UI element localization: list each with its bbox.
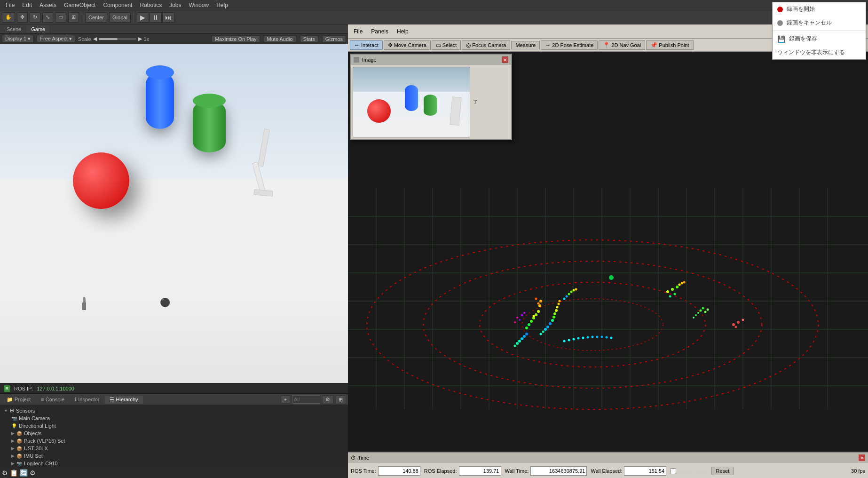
project-tab[interactable]: 📁 Project (2, 396, 35, 404)
recording-hide[interactable]: ウィンドウを非表示にする (773, 46, 866, 59)
ros-elapsed-field: ROS Elapsed: (424, 466, 501, 476)
gizmos-btn[interactable]: Gizmos (322, 35, 346, 43)
svg-point-73 (587, 336, 589, 339)
experimental-checkbox[interactable] (670, 468, 676, 474)
move-camera-tool[interactable]: ✥ Move Camera (384, 40, 431, 50)
mute-btn[interactable]: Mute Audio (264, 35, 296, 43)
list-item[interactable]: ▶ 📦 UST-30LX (2, 445, 346, 452)
image-popup-close-btn[interactable]: ✕ (502, 56, 508, 63)
svg-point-94 (704, 311, 707, 313)
measure-tool[interactable]: Measure (511, 41, 540, 49)
recording-cancel[interactable]: 録画をキャンセル (773, 16, 866, 30)
list-item[interactable]: ▶ 📷 Logitech-C910 (2, 460, 346, 467)
ust-arrow: ▶ (11, 446, 15, 451)
svg-point-42 (539, 300, 542, 303)
svg-point-33 (514, 345, 516, 347)
image-popup-controls: 了 (473, 99, 478, 105)
bottom-icon-1[interactable]: ⚙ (2, 469, 8, 477)
stats-btn[interactable]: Stats (300, 35, 318, 43)
scene-tab[interactable]: Scene (2, 25, 26, 33)
time-reset-btn[interactable]: Reset (711, 467, 734, 475)
list-item[interactable]: ▶ 📦 Objects (2, 430, 346, 437)
list-item[interactable]: ▶ 📦 IMU Set (2, 452, 346, 460)
menu-window[interactable]: Window (185, 1, 213, 9)
bottom-icon-2[interactable]: 📋 (10, 469, 18, 477)
bottom-icon-3[interactable]: 🔄 (20, 469, 28, 477)
focus-camera-icon: ◎ (466, 42, 471, 48)
rviz-menu-file[interactable]: File (350, 27, 366, 36)
time-panel-close-btn[interactable]: ✕ (859, 454, 865, 461)
inspector-tab[interactable]: ℹ Inspector (70, 396, 104, 404)
time-panel-content: ROS Time: ROS Elapsed: Wall Time: Wall E… (348, 463, 868, 478)
list-item[interactable]: ▶ 📦 Puck (VLP16) Set (2, 437, 346, 445)
select-tool[interactable]: ▭ Select (432, 40, 461, 50)
ust-icon: 📦 (16, 446, 22, 451)
play-button[interactable]: ▶ (137, 12, 149, 23)
add-hierarchy-btn[interactable]: + (281, 395, 290, 404)
console-tab[interactable]: ≡ Console (36, 396, 69, 403)
svg-point-51 (546, 326, 549, 328)
list-item[interactable]: 📷 Main Camera (2, 414, 346, 422)
menu-file[interactable]: File (2, 1, 18, 9)
rviz-menu-panels[interactable]: Panels (367, 27, 392, 36)
wall-elapsed-input[interactable] (624, 466, 666, 476)
aspect-btn[interactable]: Free Aspect ▾ (37, 35, 75, 43)
time-icon: ⏱ (351, 455, 356, 461)
transform-tool-btn[interactable]: ⊞ (68, 12, 79, 23)
svg-point-60 (542, 331, 544, 333)
toolbar-divider-1 (82, 13, 82, 22)
rect-tool-btn[interactable]: ▭ (55, 12, 66, 23)
publish-point-tool[interactable]: 📌 Publish Point (646, 40, 693, 50)
menu-edit[interactable]: Edit (18, 1, 36, 9)
svg-point-32 (516, 342, 519, 345)
menu-component[interactable]: Component (99, 1, 136, 9)
hierarchy-search[interactable] (292, 395, 320, 404)
ros-elapsed-input[interactable] (459, 466, 501, 476)
rviz-menu-help[interactable]: Help (393, 27, 412, 36)
pause-button[interactable]: ⏸ (150, 12, 162, 23)
menu-jobs[interactable]: Jobs (166, 1, 185, 9)
ros-time-input[interactable] (378, 466, 420, 476)
hierarchy-root-item[interactable]: ▼ ⊞ Sensors (2, 406, 346, 414)
center-btn[interactable]: Center (85, 12, 107, 23)
global-btn[interactable]: Global (109, 12, 131, 23)
focus-camera-tool[interactable]: ◎ Focus Camera (462, 40, 510, 50)
game-tab[interactable]: Game (26, 25, 50, 33)
recording-start[interactable]: 録画を開始 (773, 2, 866, 16)
svg-point-82 (674, 293, 676, 295)
interact-tool[interactable]: ↔ Interact (350, 40, 383, 50)
step-button[interactable]: ⏭ (162, 12, 174, 23)
wall-time-input[interactable] (530, 466, 587, 476)
nav-goal-tool[interactable]: 📍 2D Nav Goal (599, 40, 645, 50)
scale-track[interactable] (99, 38, 136, 40)
rviz-menubar: File Panels Help 録画を開始 録画をキャンセル 💾 録画を保存 (348, 24, 868, 39)
svg-point-43 (537, 303, 540, 305)
pose-estimate-tool[interactable]: → 2D Pose Estimate (541, 40, 598, 50)
robot-arm-part3 (254, 189, 273, 196)
bottom-expand-btn[interactable]: ⊞ (335, 395, 346, 404)
hand-tool-btn[interactable]: ✋ (2, 12, 15, 23)
svg-point-88 (732, 323, 735, 326)
robot-icon: ⚫ (160, 297, 170, 308)
hierarchy-tab[interactable]: ☰ Hierarchy (105, 396, 142, 404)
scale-tool-btn[interactable]: ⤡ (42, 12, 53, 23)
svg-point-57 (556, 306, 559, 309)
list-item[interactable]: 💡 Directional Light (2, 422, 346, 430)
maximize-btn[interactable]: Maximize On Play (212, 35, 260, 43)
bottom-icon-4[interactable]: ⚙ (30, 469, 36, 477)
logitech-icon: 📷 (16, 461, 22, 466)
rotate-tool-btn[interactable]: ↻ (30, 12, 40, 23)
display-btn[interactable]: Display 1 ▾ (2, 35, 34, 43)
scale-icon: ◀ (93, 36, 97, 42)
rviz-3d-viewport[interactable]: Image ✕ 了 (348, 52, 868, 452)
move-tool-btn[interactable]: ✥ (17, 12, 28, 23)
svg-point-55 (553, 312, 556, 315)
menu-robotics[interactable]: Robotics (136, 1, 166, 9)
bottom-settings-btn[interactable]: ⚙ (322, 395, 333, 404)
menu-assets[interactable]: Assets (36, 1, 60, 9)
svg-point-25 (423, 261, 762, 388)
menu-help[interactable]: Help (213, 1, 232, 9)
recording-save[interactable]: 💾 録画を保存 (773, 32, 866, 46)
menu-gameobject[interactable]: GameObject (60, 1, 99, 9)
wall-time-field: Wall Time: (505, 466, 587, 476)
